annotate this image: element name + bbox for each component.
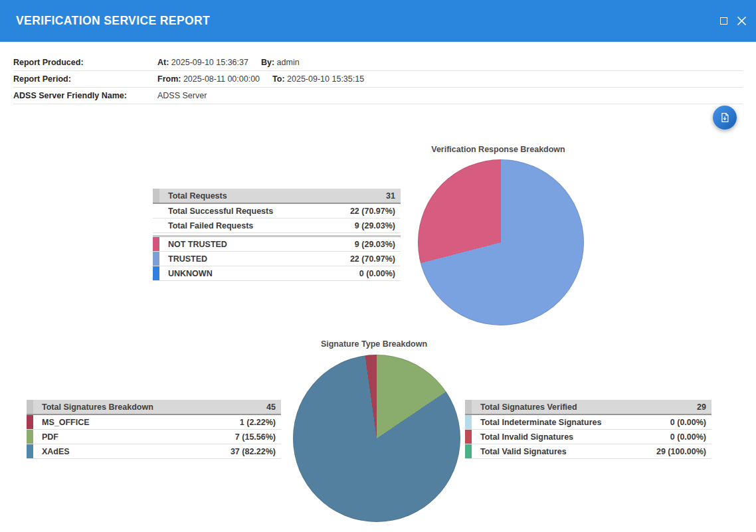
meta-value-to: To: 2025-09-10 15:35:15 [272,74,364,84]
ms-office-color-swatch [27,415,33,429]
verification-response-pie-chart [418,159,584,325]
verification-response-chart-title: Verification Response Breakdown [399,145,598,154]
row-indeterminate-signatures: Total Indeterminate Signatures 0 (0.00%) [465,415,711,430]
meta-row-server-name: ADSS Server Friendly Name: ADSS Server [13,88,743,104]
header-swatch [27,400,33,414]
close-button[interactable] [735,15,747,27]
table-header-row: Total Signatures Breakdown 45 [27,400,281,415]
export-report-button[interactable] [713,106,737,130]
indeterminate-color-swatch [465,415,472,429]
meta-label: Report Produced: [13,58,157,67]
valid-color-swatch [465,444,472,458]
close-icon [737,16,747,26]
window-controls [717,0,747,42]
meta-value-at: At: 2025-09-10 15:36:37 [157,58,248,67]
titlebar: VERIFICATION SERVICE REPORT [0,0,756,42]
table-header-row: Total Requests 31 [153,189,401,204]
maximize-icon [720,17,727,25]
header-swatch [465,400,472,414]
unknown-color-swatch [153,266,159,280]
meta-value-server-name: ADSS Server [157,91,207,100]
header-swatch [153,189,159,203]
row-valid-signatures: Total Valid Signatures 29 (100.00%) [465,444,711,459]
meta-value-by: By: admin [261,58,300,67]
signature-type-chart-title: Signature Type Breakdown [274,339,474,349]
legend-row-not-trusted: NOT TRUSTED 9 (29.03%) [153,237,401,252]
legend-row-pdf: PDF 7 (15.56%) [27,430,281,444]
verification-service-report-window: VERIFICATION SERVICE REPORT Report Produ… [0,0,756,532]
not-trusted-color-swatch [153,237,159,251]
pdf-color-swatch [27,430,33,444]
empty-swatch [153,204,159,218]
meta-row-report-produced: Report Produced: At: 2025-09-10 15:36:37… [13,54,743,71]
legend-row-ms-office: MS_OFFICE 1 (2.22%) [27,415,281,430]
legend-block: NOT TRUSTED 9 (29.03%) TRUSTED 22 (70.97… [153,235,401,281]
invalid-color-swatch [465,430,472,444]
trusted-color-swatch [153,252,159,266]
document-download-icon [719,112,731,124]
meta-label: Report Period: [13,74,157,84]
table-row: Total Successful Requests 22 (70.97%) [153,204,401,219]
xades-color-swatch [27,444,33,458]
meta-label: ADSS Server Friendly Name: [13,91,157,100]
signature-type-pie-chart [293,355,460,522]
legend-row-unknown: UNKNOWN 0 (0.00%) [153,266,401,281]
total-requests-table: Total Requests 31 Total Successful Reque… [153,189,401,281]
row-invalid-signatures: Total Invalid Signatures 0 (0.00%) [465,430,711,444]
meta-row-report-period: Report Period: From: 2025-08-11 00:00:00… [13,71,743,88]
maximize-button[interactable] [717,15,729,27]
signatures-breakdown-table: Total Signatures Breakdown 45 MS_OFFICE … [27,400,281,459]
table-header-row: Total Signatures Verified 29 [465,400,711,415]
legend-row-xades: XAdES 37 (82.22%) [27,444,281,459]
window-title: VERIFICATION SERVICE REPORT [16,14,210,28]
report-meta: Report Produced: At: 2025-09-10 15:36:37… [0,43,756,104]
meta-value-from: From: 2025-08-11 00:00:00 [157,74,260,84]
empty-swatch [153,219,159,232]
table-row: Total Failed Requests 9 (29.03%) [153,219,401,233]
signatures-verified-table: Total Signatures Verified 29 Total Indet… [465,400,711,459]
legend-row-trusted: TRUSTED 22 (70.97%) [153,252,401,266]
